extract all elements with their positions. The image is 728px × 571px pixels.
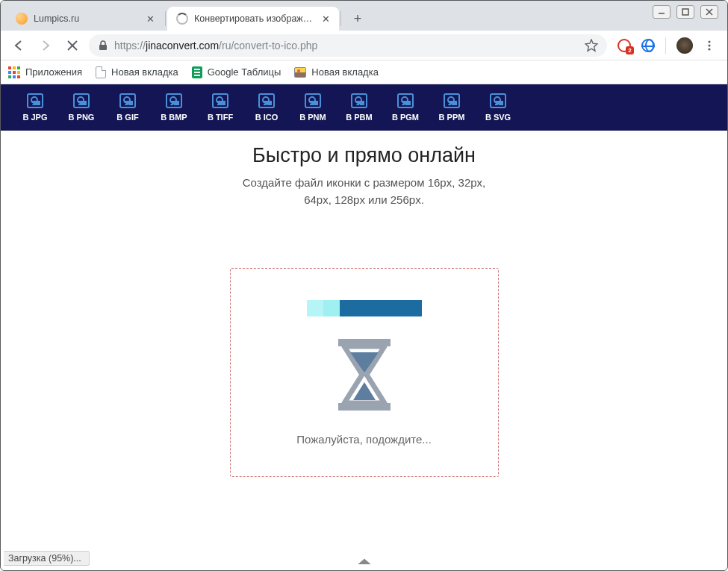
svg-point-9 <box>708 48 710 50</box>
apps-label: Приложения <box>25 66 82 78</box>
tab-active[interactable]: Конвертировать изображения ✕ <box>167 7 339 31</box>
upload-dropzone[interactable]: Пожалуйста, подождите... <box>230 268 499 477</box>
format-bmp[interactable]: В BMP <box>153 93 195 122</box>
svg-rect-1 <box>682 9 688 15</box>
format-jpg[interactable]: В JPG <box>14 93 56 122</box>
page-content: Быстро и прямо онлайн Создайте файл икон… <box>1 131 727 477</box>
image-icon <box>397 93 414 108</box>
tab-separator <box>340 11 341 26</box>
minimize-button[interactable] <box>653 5 671 19</box>
window-controls <box>653 5 718 19</box>
bookmark-item[interactable]: Google Таблицы <box>192 66 281 78</box>
image-icon <box>166 93 182 108</box>
extension-icons: 2 <box>613 37 720 54</box>
format-pgm[interactable]: В PGM <box>385 93 426 122</box>
menu-icon[interactable] <box>703 40 715 52</box>
opera-extension-icon[interactable]: 2 <box>617 39 631 52</box>
format-pbm[interactable]: В PBM <box>338 93 380 122</box>
separator <box>665 37 666 54</box>
sheets-icon <box>192 66 202 78</box>
bookmark-label: Google Таблицы <box>208 66 281 78</box>
format-ppm[interactable]: В PPM <box>431 93 473 122</box>
star-icon[interactable] <box>585 39 598 52</box>
address-bar[interactable]: https://jinaconvert.com/ru/convert-to-ic… <box>89 34 607 57</box>
apps-button[interactable]: Приложения <box>8 66 82 78</box>
image-icon <box>73 93 90 108</box>
svg-point-8 <box>708 44 710 46</box>
bookmark-label: Новая вкладка <box>111 66 178 78</box>
close-tab-icon[interactable]: ✕ <box>320 13 332 25</box>
image-icon <box>490 93 506 108</box>
globe-extension-icon[interactable] <box>641 39 655 52</box>
format-ico[interactable]: В ICO <box>246 93 287 122</box>
bookmark-label: Новая вкладка <box>311 66 379 78</box>
image-icon <box>305 93 321 108</box>
page-subtitle: Создайте файл иконки с размером 16px, 32… <box>1 175 727 208</box>
forward-button[interactable] <box>35 35 56 56</box>
format-png[interactable]: В PNG <box>60 93 102 122</box>
maximize-button[interactable] <box>676 5 694 19</box>
svg-point-7 <box>708 40 710 43</box>
profile-avatar[interactable] <box>676 37 693 54</box>
image-icon <box>258 93 275 108</box>
loading-spinner-icon <box>176 13 188 25</box>
browser-toolbar: https://jinaconvert.com/ru/convert-to-ic… <box>1 31 727 60</box>
apps-icon <box>8 66 20 78</box>
tab-strip: Lumpics.ru ✕ Конвертировать изображения … <box>1 1 727 31</box>
scroll-indicator-icon <box>355 555 373 567</box>
tab-title: Lumpics.ru <box>34 13 138 24</box>
format-pnm[interactable]: В PNM <box>292 93 334 122</box>
new-tab-button[interactable]: + <box>347 8 368 29</box>
image-icon <box>27 93 43 108</box>
format-svg[interactable]: В SVG <box>477 93 519 122</box>
close-tab-icon[interactable]: ✕ <box>144 13 156 25</box>
wait-text: Пожалуйста, подождите... <box>296 433 432 446</box>
image-icon <box>444 93 460 108</box>
tab-lumpics[interactable]: Lumpics.ru ✕ <box>7 7 164 31</box>
picture-icon <box>294 67 306 78</box>
svg-rect-6 <box>99 45 107 50</box>
image-icon <box>212 93 228 108</box>
image-icon <box>119 93 136 108</box>
document-icon <box>96 66 106 78</box>
bookmarks-bar: Приложения Новая вкладка Google Таблицы … <box>1 60 727 84</box>
bookmark-item[interactable]: Новая вкладка <box>96 66 178 78</box>
status-bar: Загрузка (95%)... <box>4 551 90 566</box>
stop-button[interactable] <box>62 35 83 56</box>
favicon-icon <box>16 13 28 25</box>
bookmark-item[interactable]: Новая вкладка <box>294 66 379 78</box>
page-heading: Быстро и прямо онлайн <box>1 144 727 167</box>
format-gif[interactable]: В GIF <box>107 93 149 122</box>
back-button[interactable] <box>8 35 29 56</box>
format-tiff[interactable]: В TIFF <box>199 93 241 122</box>
close-window-button[interactable] <box>700 5 718 19</box>
image-icon <box>351 93 367 108</box>
url-text: https://jinaconvert.com/ru/convert-to-ic… <box>114 40 579 52</box>
lock-icon <box>98 40 108 51</box>
progress-bar <box>307 300 422 316</box>
format-nav: В JPG В PNG В GIF В BMP В TIFF В ICO В P… <box>1 84 727 131</box>
hourglass-icon <box>332 337 396 412</box>
tab-separator <box>165 11 166 26</box>
tab-title: Конвертировать изображения <box>194 13 314 24</box>
